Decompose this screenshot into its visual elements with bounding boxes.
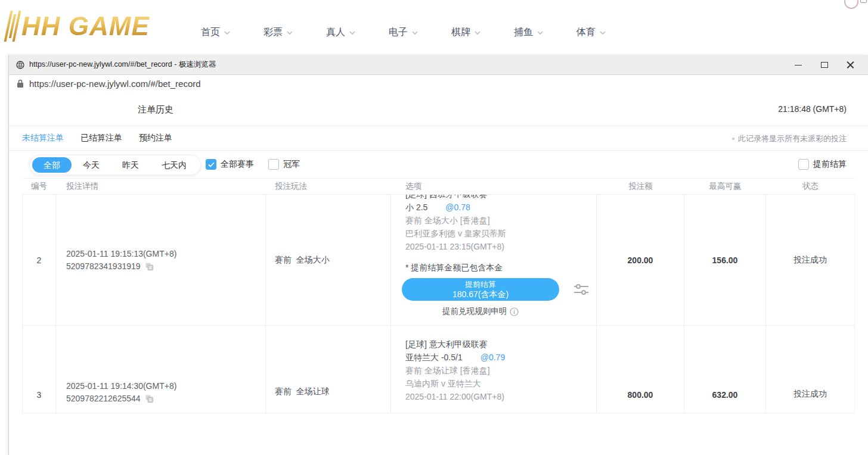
early-settle-button-label: 提前结算 xyxy=(465,279,496,289)
record-note: 此记录将显示所有未派彩的投注 xyxy=(732,133,847,144)
maximize-button[interactable] xyxy=(820,61,829,69)
nav-label: 棋牌 xyxy=(451,26,470,39)
nav-label: 首页 xyxy=(201,26,220,39)
filter-all[interactable]: 全部 xyxy=(32,157,72,173)
all-events-checkbox[interactable]: 全部赛事 xyxy=(206,159,254,170)
nav-item-slots[interactable]: 电子 xyxy=(389,26,418,39)
copy-icon[interactable] xyxy=(145,262,154,271)
col-header-amount: 投注额 xyxy=(597,181,684,192)
close-button[interactable] xyxy=(847,61,855,69)
filter-seven-days[interactable]: 七天内 xyxy=(150,157,198,173)
teams-text: 巴利亚多利德 v 皇家贝蒂斯 xyxy=(405,227,506,240)
nav-label: 彩票 xyxy=(264,26,283,39)
window-controls xyxy=(794,61,861,69)
corner-partial-icon xyxy=(844,0,858,9)
browser-window: https://user-pc-new.jylywl.com/#/bet_rec… xyxy=(8,55,868,455)
col-header-play: 投注玩法 xyxy=(266,181,391,192)
filter-today[interactable]: 今天 xyxy=(72,157,111,173)
nav-item-lottery[interactable]: 彩票 xyxy=(264,26,293,39)
cell-bet-detail: 2025-01-11 19:14:30(GMT+8) 5209782212625… xyxy=(56,326,266,413)
chevron-down-icon xyxy=(286,29,293,36)
cell-row-no: 2 xyxy=(22,195,56,325)
table-row: 2 2025-01-11 19:15:13(GMT+8) 52097823419… xyxy=(22,195,855,326)
address-bar[interactable]: https://user-pc-new.jylywl.com/#/bet_rec… xyxy=(9,75,868,93)
match-time-text: 2025-01-11 22:00(GMT+8) xyxy=(405,390,504,403)
tab-unsettled[interactable]: 未结算注单 xyxy=(22,133,64,144)
nav-item-sports[interactable]: 体育 xyxy=(576,26,606,39)
record-tabs: 未结算注单 已结算注单 预约注单 xyxy=(22,126,172,150)
site-logo[interactable]: HH GAME xyxy=(7,11,150,42)
globe-icon xyxy=(16,61,24,69)
nav-item-cards[interactable]: 棋牌 xyxy=(451,26,481,39)
cell-max-win: 156.00 xyxy=(684,195,766,325)
tab-reserved[interactable]: 预约注单 xyxy=(139,133,172,144)
league-text: [足球] 意大利甲级联赛 xyxy=(405,338,488,351)
date-filter-group: 全部 今天 昨天 七天内 xyxy=(29,155,201,175)
bet-id: 5209782341931919 xyxy=(66,261,141,271)
early-settle-rules-link[interactable]: 提前兑现规则申明 xyxy=(402,305,559,318)
early-settle-note: * 提前结算金额已包含本金 xyxy=(405,261,503,274)
nav-label: 真人 xyxy=(326,26,345,39)
match-time-text: 2025-01-11 23:15(GMT+8) xyxy=(405,240,504,253)
cell-play-type: 赛前 全场让球 xyxy=(266,326,391,413)
checkbox-unchecked-icon xyxy=(798,159,809,170)
copy-icon[interactable] xyxy=(145,394,154,403)
odds-text: @0.78 xyxy=(445,201,470,214)
info-icon xyxy=(510,307,519,316)
play-type-text: 赛前 全场大小 xyxy=(275,255,330,266)
filter-yesterday[interactable]: 昨天 xyxy=(111,157,150,173)
checkbox-label: 冠军 xyxy=(283,159,300,170)
nav-label: 电子 xyxy=(389,26,408,39)
market-text: 赛前 全场大小 [香港盘] xyxy=(405,214,490,227)
nav-label: 体育 xyxy=(576,26,596,39)
pick-text: 亚特兰大 -0.5/1 xyxy=(405,351,463,364)
nav-label: 捕鱼 xyxy=(514,26,533,39)
lock-icon xyxy=(17,79,24,88)
checkbox-label: 全部赛事 xyxy=(221,159,254,170)
window-title: https://user-pc-new.jylywl.com/#/bet_rec… xyxy=(29,60,216,70)
pick-text: 小 2.5 xyxy=(405,201,427,214)
page-content: 注单历史 21:18:48 (GMT+8) 未结算注单 已结算注单 预约注单 此… xyxy=(9,92,868,455)
nav-item-fishing[interactable]: 捕鱼 xyxy=(514,26,544,39)
url-text: https://user-pc-new.jylywl.com/#/bet_rec… xyxy=(29,79,201,89)
clipped-league-line: [足球] 西班牙甲级联赛 xyxy=(405,195,596,201)
event-filter-group: 全部赛事 冠军 xyxy=(206,159,300,170)
odds-text: @0.79 xyxy=(480,351,505,364)
nav-item-live[interactable]: 真人 xyxy=(326,26,356,39)
minimize-button[interactable] xyxy=(794,61,802,69)
sliders-icon[interactable] xyxy=(574,283,589,296)
nav-item-home[interactable]: 首页 xyxy=(201,26,231,39)
corner-partial-frame-icon xyxy=(860,0,867,3)
early-settle-button[interactable]: 提前结算 180.67(含本金) xyxy=(402,278,559,301)
teams-text: 乌迪内斯 v 亚特兰大 xyxy=(405,377,481,390)
site-header: HH GAME 首页 彩票 真人 电子 棋牌 xyxy=(0,0,868,55)
cell-option: [足球] 意大利甲级联赛 亚特兰大 -0.5/1 @0.79 赛前 全场让球 [… xyxy=(391,326,597,413)
table-header: 编号 投注详情 投注玩法 选项 投注额 最高可赢 状态 xyxy=(22,178,855,195)
chevron-down-icon xyxy=(411,29,418,36)
table-row: 3 2025-01-11 19:14:30(GMT+8) 52097822126… xyxy=(22,326,855,413)
bullet-icon xyxy=(732,138,734,140)
bet-table: 编号 投注详情 投注玩法 选项 投注额 最高可赢 状态 2 2025-01-11… xyxy=(22,178,855,441)
play-type-text: 赛前 全场让球 xyxy=(275,387,330,397)
chevron-down-icon xyxy=(599,29,606,36)
bet-time: 2025-01-11 19:15:13(GMT+8) xyxy=(66,249,176,258)
champion-checkbox[interactable]: 冠军 xyxy=(268,159,300,170)
col-header-no: 编号 xyxy=(22,181,56,192)
col-header-detail: 投注详情 xyxy=(56,181,266,192)
filter-row: 全部 今天 昨天 七天内 全部赛事 冠军 xyxy=(9,151,868,179)
record-note-text: 此记录将显示所有未派彩的投注 xyxy=(738,133,847,144)
cell-option: [足球] 西班牙甲级联赛 小 2.5 @0.78 赛前 全场大小 [香港盘] 巴… xyxy=(391,195,597,325)
chevron-down-icon xyxy=(349,29,356,36)
chevron-down-icon xyxy=(537,29,544,36)
chevron-down-icon xyxy=(474,29,481,36)
bet-time: 2025-01-11 19:14:30(GMT+8) xyxy=(66,381,176,391)
tab-settled[interactable]: 已结算注单 xyxy=(80,133,122,144)
chevron-down-icon xyxy=(224,29,231,36)
cell-status: 投注成功 xyxy=(766,326,855,413)
window-titlebar[interactable]: https://user-pc-new.jylywl.com/#/bet_rec… xyxy=(9,55,868,75)
server-clock: 21:18:48 (GMT+8) xyxy=(778,104,847,114)
early-settle-checkbox[interactable]: 提前结算 xyxy=(798,159,847,170)
col-header-status: 状态 xyxy=(766,181,855,192)
main-nav: 首页 彩票 真人 电子 棋牌 捕鱼 xyxy=(201,26,606,39)
logo-bars-icon xyxy=(4,11,21,42)
